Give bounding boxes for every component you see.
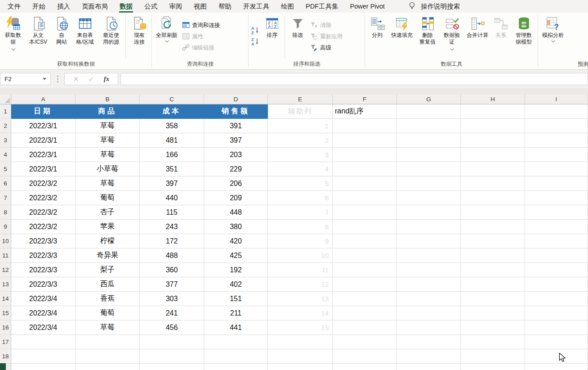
cell-B8[interactable]: 杏子 <box>76 205 140 220</box>
cell-H11[interactable] <box>461 248 525 263</box>
cell-G12[interactable] <box>397 263 461 277</box>
cell-F10[interactable] <box>333 234 397 248</box>
cell-I9[interactable] <box>525 220 588 234</box>
cell-I17[interactable] <box>525 335 588 349</box>
cell-B11[interactable]: 奇异果 <box>76 248 140 263</box>
row-header-4[interactable]: 4 <box>0 148 11 162</box>
row-header-14[interactable]: 14 <box>0 292 11 306</box>
row-header-1[interactable]: 1 <box>0 104 11 119</box>
flash-fill-button[interactable]: 快速填充 <box>388 14 415 60</box>
tell-me-search[interactable]: 操作说明搜索 <box>408 0 460 13</box>
column-header-G[interactable]: G <box>397 94 461 104</box>
cell-C14[interactable]: 303 <box>140 292 204 306</box>
manage-data-model-button[interactable]: 管理数据模型 <box>511 14 537 60</box>
cell-E7[interactable]: 6 <box>268 191 333 205</box>
cell-I3[interactable] <box>525 133 588 148</box>
cell-D1[interactable]: 销售额 <box>204 104 268 119</box>
cell-H16[interactable] <box>461 320 525 335</box>
cell-A5[interactable]: 2022/3/1 <box>11 162 76 176</box>
menu-tab-4[interactable]: 数据 <box>114 0 138 13</box>
cell-C11[interactable]: 488 <box>140 248 204 263</box>
remove-duplicates-button[interactable]: 删除重复值 <box>415 14 440 60</box>
from-text-csv-button[interactable]: 从文本/CSV <box>25 14 51 60</box>
recent-sources-button[interactable]: 最近使用的源 <box>98 14 124 60</box>
cell-E13[interactable]: 12 <box>268 277 333 292</box>
cell-H12[interactable] <box>461 263 525 277</box>
menu-tab-6[interactable]: 审阅 <box>163 0 188 13</box>
column-header-D[interactable]: D <box>204 94 268 104</box>
cell-D14[interactable]: 151 <box>204 292 268 306</box>
row-header-8[interactable]: 8 <box>0 205 11 220</box>
cell-G11[interactable] <box>397 248 461 263</box>
cell-G6[interactable] <box>397 176 461 191</box>
cell-G5[interactable] <box>397 162 461 176</box>
cell-G2[interactable] <box>397 119 461 133</box>
cell-H6[interactable] <box>461 176 525 191</box>
cell-D2[interactable]: 391 <box>204 119 268 133</box>
cell-A14[interactable]: 2022/3/4 <box>11 292 76 306</box>
cell-C4[interactable]: 166 <box>140 148 204 162</box>
cell-B2[interactable]: 草莓 <box>76 119 140 133</box>
cell-F17[interactable] <box>333 335 397 349</box>
column-header-I[interactable]: I <box>525 94 588 104</box>
cell-I11[interactable] <box>525 248 588 263</box>
cell-B3[interactable]: 草莓 <box>76 133 140 148</box>
row-header-18[interactable]: 18 <box>0 349 11 364</box>
menu-tab-10[interactable]: 绘图 <box>275 0 300 13</box>
cell-A9[interactable]: 2022/3/2 <box>11 220 76 234</box>
cell-A2[interactable]: 2022/3/1 <box>11 119 76 133</box>
cell-F1[interactable]: rand乱序 <box>333 104 397 119</box>
queries-and-connections-button[interactable]: 查询和连接 <box>182 21 220 31</box>
cell-B19[interactable] <box>76 364 140 370</box>
get-data-button[interactable]: 获取数据 <box>1 14 25 60</box>
cell-F3[interactable] <box>333 133 397 148</box>
cell-C2[interactable]: 358 <box>140 119 204 133</box>
cell-B13[interactable]: 西瓜 <box>76 277 140 292</box>
cell-C9[interactable]: 243 <box>140 220 204 234</box>
cell-E18[interactable] <box>268 349 333 364</box>
insert-function-icon[interactable]: fx <box>104 75 110 83</box>
column-header-F[interactable]: F <box>333 94 397 104</box>
cell-H2[interactable] <box>461 119 525 133</box>
column-header-A[interactable]: A <box>11 94 76 104</box>
row-header-5[interactable]: 5 <box>0 162 11 176</box>
cell-B14[interactable]: 香蕉 <box>76 292 140 306</box>
cell-D11[interactable]: 425 <box>204 248 268 263</box>
row-header-9[interactable]: 9 <box>0 220 11 234</box>
cell-A6[interactable]: 2022/3/2 <box>11 176 76 191</box>
cell-C17[interactable] <box>140 335 204 349</box>
cell-F7[interactable] <box>333 191 397 205</box>
menu-tab-11[interactable]: PDF工具集 <box>300 0 344 13</box>
cell-I5[interactable] <box>525 162 588 176</box>
row-header-12[interactable]: 12 <box>0 263 11 277</box>
cell-H8[interactable] <box>461 205 525 220</box>
cell-C5[interactable]: 351 <box>140 162 204 176</box>
name-box-dropdown-icon[interactable] <box>43 78 46 80</box>
cell-C18[interactable] <box>140 349 204 364</box>
clear-button[interactable]: 清除 <box>310 21 343 31</box>
row-header-7[interactable]: 7 <box>0 191 11 205</box>
cell-E19[interactable] <box>268 364 333 370</box>
cell-A13[interactable]: 2022/3/3 <box>11 277 76 292</box>
cell-F8[interactable] <box>333 205 397 220</box>
cell-D16[interactable]: 441 <box>204 320 268 335</box>
cell-E6[interactable]: 5 <box>268 176 333 191</box>
cell-G4[interactable] <box>397 148 461 162</box>
cell-E9[interactable]: 8 <box>268 220 333 234</box>
cell-E16[interactable]: 15 <box>268 320 333 335</box>
cell-A4[interactable]: 2022/3/1 <box>11 148 76 162</box>
cell-I15[interactable] <box>525 306 588 320</box>
cell-A19[interactable] <box>11 364 76 370</box>
cell-I6[interactable] <box>525 176 588 191</box>
cell-G9[interactable] <box>397 220 461 234</box>
menu-tab-1[interactable]: 开始 <box>27 0 51 13</box>
cell-D5[interactable]: 229 <box>204 162 268 176</box>
cell-G7[interactable] <box>397 191 461 205</box>
cell-B16[interactable]: 草莓 <box>76 320 140 335</box>
cell-I16[interactable] <box>525 320 588 335</box>
cell-D7[interactable]: 209 <box>204 191 268 205</box>
cell-B9[interactable]: 苹果 <box>76 220 140 234</box>
cell-E8[interactable]: 7 <box>268 205 333 220</box>
cell-B10[interactable]: 柠檬 <box>76 234 140 248</box>
cell-B6[interactable]: 草莓 <box>76 176 140 191</box>
